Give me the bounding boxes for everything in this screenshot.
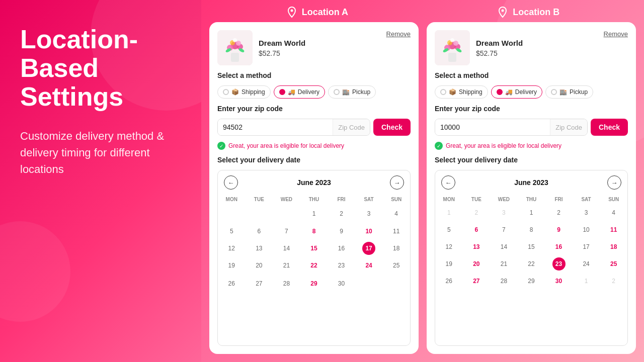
- cal-header-b: ← June 2023 →: [435, 170, 627, 195]
- check-circle-a: ✓: [217, 142, 225, 150]
- cal-day-a-19[interactable]: 19: [218, 257, 246, 274]
- cal-day-b-6[interactable]: 6: [463, 221, 491, 238]
- cal-day-b-21[interactable]: 21: [490, 255, 518, 273]
- zip-label-a: Enter your zip code: [217, 105, 411, 113]
- cal-day-b-16[interactable]: 16: [545, 238, 573, 255]
- location-a-label: Location A: [302, 7, 348, 18]
- cal-next-b[interactable]: →: [607, 175, 621, 190]
- cal-day-a-29[interactable]: 29: [300, 274, 328, 293]
- cal-day-b-14[interactable]: 14: [490, 238, 518, 255]
- cal-day-a-5[interactable]: 5: [218, 223, 246, 240]
- pickup-option-b[interactable]: 🏬 Pickup: [545, 85, 593, 99]
- cal-day-b-30[interactable]: 30: [545, 273, 573, 290]
- cal-day-a-13[interactable]: 13: [246, 240, 273, 257]
- zip-input-wrapper-a: Zip Code: [217, 119, 370, 136]
- cal-day-a-24[interactable]: 24: [355, 257, 383, 274]
- pickup-icon-a: 🏬: [342, 88, 350, 96]
- remove-link-b[interactable]: Remove: [604, 30, 628, 38]
- cal-day-a-26[interactable]: 26: [218, 274, 246, 293]
- cal-day-a-18[interactable]: 18: [382, 240, 410, 257]
- check-btn-b[interactable]: Check: [591, 119, 628, 136]
- cal-day-a-4[interactable]: 4: [382, 204, 410, 223]
- cal-day-a-3[interactable]: 3: [355, 204, 383, 223]
- shipping-option-a[interactable]: 📦 Shipping: [217, 85, 271, 99]
- pickup-option-a[interactable]: 🏬 Pickup: [328, 85, 376, 99]
- cal-day-b-17[interactable]: 17: [573, 238, 600, 255]
- cal-prev-a[interactable]: ←: [224, 175, 238, 190]
- svg-rect-3: [231, 53, 239, 62]
- col-sat-a: SAT: [355, 195, 383, 204]
- cal-prev-b[interactable]: ←: [441, 175, 455, 190]
- cal-day-b-5[interactable]: 5: [435, 221, 463, 238]
- cal-day-b-25[interactable]: 25: [600, 255, 627, 273]
- cal-day-b-10[interactable]: 10: [573, 221, 600, 238]
- shipping-option-b[interactable]: 📦 Shipping: [435, 85, 488, 99]
- cal-day-b-3[interactable]: 3: [573, 204, 600, 221]
- delivery-radio-a: [279, 89, 285, 95]
- cal-day-a-15[interactable]: 15: [300, 240, 328, 257]
- cal-day-b-7[interactable]: 7: [490, 221, 518, 238]
- cal-day-b-26[interactable]: 26: [435, 273, 463, 290]
- cal-day-b-20[interactable]: 20: [463, 255, 491, 273]
- delivery-option-a[interactable]: 🚚 Delivery: [274, 85, 325, 99]
- cal-day-b-23[interactable]: 23: [545, 255, 573, 273]
- cal-day-b-15[interactable]: 15: [518, 238, 545, 255]
- cal-day-a-2[interactable]: 2: [328, 204, 355, 223]
- cal-day-a-10[interactable]: 10: [355, 223, 383, 240]
- cal-day-a-16[interactable]: 16: [328, 240, 355, 257]
- cal-day-b-13[interactable]: 13: [463, 238, 491, 255]
- cal-day-a-22[interactable]: 22: [300, 257, 328, 274]
- right-panel: Location A Location B: [201, 0, 644, 362]
- cal-day-b-22[interactable]: 22: [518, 255, 545, 273]
- col-mon-b: MON: [435, 195, 463, 204]
- cal-day-b-9[interactable]: 9: [545, 221, 573, 238]
- cal-day-b-2[interactable]: 2: [545, 204, 573, 221]
- cal-day-a-21[interactable]: 21: [273, 257, 300, 274]
- eligible-text-a: Great, your area is eligible for local d…: [228, 142, 344, 149]
- cal-day-a-20[interactable]: 20: [246, 257, 273, 274]
- cal-day-b-19[interactable]: 19: [435, 255, 463, 273]
- cal-day-a-12[interactable]: 12: [218, 240, 246, 257]
- cal-day-a-6[interactable]: 6: [246, 223, 273, 240]
- cal-day-a-1[interactable]: 1: [300, 204, 328, 223]
- cal-day-a-25[interactable]: 25: [382, 257, 410, 274]
- eligible-text-b: Great, your area is eligible for local d…: [446, 142, 561, 149]
- cal-day-a-14[interactable]: 14: [273, 240, 300, 257]
- cal-day-b-4[interactable]: 4: [600, 204, 627, 221]
- cal-day-a-7[interactable]: 7: [273, 223, 300, 240]
- check-circle-b: ✓: [435, 142, 443, 150]
- zip-input-b[interactable]: [435, 119, 550, 135]
- cal-day-b-1[interactable]: 1: [518, 204, 545, 221]
- cal-day-b-11[interactable]: 11: [600, 221, 627, 238]
- hero-title: Location-Based Settings: [20, 25, 181, 112]
- cal-day-b-28[interactable]: 28: [490, 273, 518, 290]
- zip-input-a[interactable]: [218, 119, 333, 135]
- cal-day-a-8[interactable]: 8: [300, 223, 328, 240]
- cal-next-a[interactable]: →: [390, 175, 404, 190]
- cal-day-b-24[interactable]: 24: [573, 255, 600, 273]
- col-tue-a: TUE: [246, 195, 273, 204]
- cal-day-a-23[interactable]: 23: [328, 257, 355, 274]
- cal-day-b-12[interactable]: 12: [435, 238, 463, 255]
- product-image-b: [435, 30, 470, 65]
- cal-day-a-27[interactable]: 27: [246, 274, 273, 293]
- delivery-option-b[interactable]: 🚚 Delivery: [491, 85, 542, 99]
- cal-day-b-27[interactable]: 27: [463, 273, 491, 290]
- cal-day-a-28[interactable]: 28: [273, 274, 300, 293]
- delivery-icon-b: 🚚: [505, 88, 513, 96]
- pickup-radio-a: [334, 89, 340, 95]
- cal-day-b-8[interactable]: 8: [518, 221, 545, 238]
- cal-day-a-9[interactable]: 9: [328, 223, 355, 240]
- cal-day-a-11[interactable]: 11: [382, 223, 410, 240]
- card-location-b: Dream World $52.75 Remove Select a metho…: [427, 22, 636, 354]
- hero-subtitle: Customize delivery method & delivery tim…: [20, 128, 181, 177]
- cal-day-b-18[interactable]: 18: [600, 238, 627, 255]
- cal-day-a-17[interactable]: 17: [355, 240, 383, 257]
- cal-cell-a-empty: [273, 204, 300, 223]
- check-btn-a[interactable]: Check: [373, 119, 411, 136]
- cal-day-a-30[interactable]: 30: [328, 274, 355, 293]
- eligible-msg-b: ✓ Great, your area is eligible for local…: [435, 142, 628, 150]
- remove-link-a[interactable]: Remove: [386, 30, 411, 38]
- calendar-b: ← June 2023 → MON TUE WED THU FRI SAT SU: [435, 170, 628, 346]
- cal-day-b-29[interactable]: 29: [518, 273, 545, 290]
